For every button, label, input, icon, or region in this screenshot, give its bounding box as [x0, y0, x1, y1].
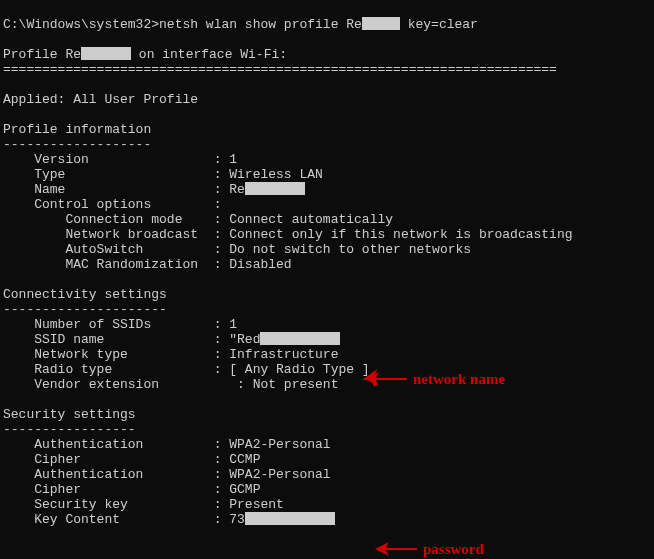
- dashes: -------------------: [3, 137, 151, 152]
- mac-key: MAC Randomization :: [3, 257, 229, 272]
- radio-key: Radio type :: [3, 362, 229, 377]
- mac-val: Disabled: [229, 257, 291, 272]
- auth2-val: WPA2-Personal: [229, 467, 330, 482]
- dashes2: ---------------------: [3, 302, 167, 317]
- seckey-val: Present: [229, 497, 284, 512]
- control-key: Control options :: [3, 197, 221, 212]
- type-key: Type :: [3, 167, 229, 182]
- version-key: Version :: [3, 152, 229, 167]
- version-val: 1: [229, 152, 237, 167]
- redaction-name: [245, 182, 305, 195]
- autoswitch-key: AutoSwitch :: [3, 242, 229, 257]
- nettype-val: Infrastructure: [229, 347, 338, 362]
- keycontent-key: Key Content :: [3, 512, 229, 527]
- svg-marker-1: [375, 542, 389, 556]
- nettype-key: Network type :: [3, 347, 229, 362]
- profile-prefix: Profile Re: [3, 47, 81, 62]
- netbcast-val: Connect only if this network is broadcas…: [229, 227, 572, 242]
- applied-line: Applied: All User Profile: [3, 92, 198, 107]
- ssid-key: SSID name :: [3, 332, 229, 347]
- name-key: Name :: [3, 182, 229, 197]
- prompt-path: C:\Windows\system32>: [3, 17, 159, 32]
- numssids-val: 1: [229, 317, 237, 332]
- cmd-post: key=clear: [400, 17, 478, 32]
- seckey-key: Security key :: [3, 497, 229, 512]
- vendor-key: Vendor extension :: [3, 377, 253, 392]
- cipher1-key: Cipher :: [3, 452, 229, 467]
- auth2-key: Authentication :: [3, 467, 229, 482]
- terminal-output: C:\Windows\system32>netsh wlan show prof…: [0, 0, 654, 527]
- ssid-prefix: "Red: [229, 332, 260, 347]
- auth1-key: Authentication :: [3, 437, 229, 452]
- redaction-ssid: [260, 332, 340, 345]
- netbcast-key: Network broadcast :: [3, 227, 229, 242]
- section-connectivity: Connectivity settings: [3, 287, 167, 302]
- keycontent-prefix: 73: [229, 512, 245, 527]
- redaction-profile: [81, 47, 131, 60]
- section-profile-info: Profile information: [3, 122, 151, 137]
- radio-val: [ Any Radio Type ]: [229, 362, 369, 377]
- auth1-val: WPA2-Personal: [229, 437, 330, 452]
- redaction-cmd: [362, 17, 400, 30]
- connmode-val: Connect automatically: [229, 212, 393, 227]
- redaction-key: [245, 512, 335, 525]
- cipher2-key: Cipher :: [3, 482, 229, 497]
- numssids-key: Number of SSIDs :: [3, 317, 229, 332]
- dashes3: -----------------: [3, 422, 136, 437]
- type-val: Wireless LAN: [229, 167, 323, 182]
- autoswitch-val: Do not switch to other networks: [229, 242, 471, 257]
- ruler: ========================================…: [3, 62, 557, 77]
- arrow-left-icon: [373, 539, 417, 559]
- section-security: Security settings: [3, 407, 136, 422]
- cipher1-val: CCMP: [229, 452, 260, 467]
- profile-suffix: on interface Wi-Fi:: [139, 47, 287, 62]
- cipher2-val: GCMP: [229, 482, 260, 497]
- cmd-pre: netsh wlan show profile Re: [159, 17, 362, 32]
- annotation-password: password: [373, 539, 484, 559]
- connmode-key: Connection mode :: [3, 212, 229, 227]
- name-prefix: Re: [229, 182, 245, 197]
- annotation-password-label: password: [423, 542, 484, 557]
- vendor-val: Not present: [253, 377, 339, 392]
